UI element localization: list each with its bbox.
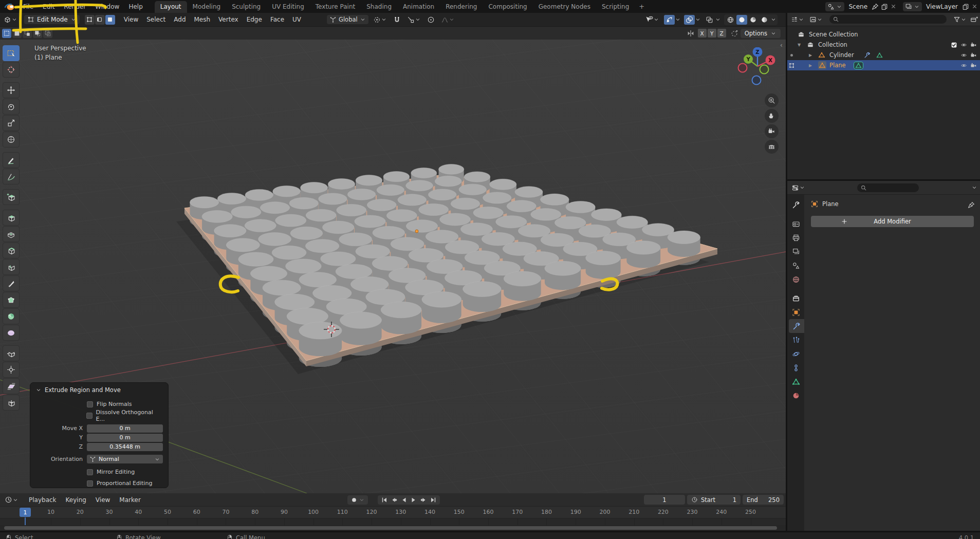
eye-toggle-icon[interactable]	[960, 62, 967, 69]
select-mode-intersect-button[interactable]	[43, 29, 52, 38]
snap-toggle-button[interactable]	[392, 15, 402, 25]
mesh-data-icon[interactable]	[854, 62, 863, 69]
properties-tab-particles[interactable]	[787, 333, 804, 347]
timeline-menu-view[interactable]: View	[91, 496, 115, 504]
viewport-menu-mesh[interactable]: Mesh	[190, 13, 215, 26]
auto-key-button[interactable]	[350, 496, 358, 504]
outliner-filter-dropdown[interactable]	[952, 15, 968, 24]
shading-dropdown[interactable]	[770, 16, 776, 23]
new-viewlayer-icon[interactable]	[962, 3, 969, 10]
tab-geometry-nodes[interactable]: Geometry Nodes	[533, 1, 596, 13]
proportional-falloff-dropdown[interactable]	[439, 15, 456, 25]
viewlayer-selector-icon[interactable]	[903, 2, 922, 11]
outliner-row-plane[interactable]: ▶Plane	[787, 60, 980, 70]
camera-toggle-icon[interactable]	[970, 52, 977, 59]
tool-transform[interactable]	[3, 132, 20, 147]
properties-tab-output[interactable]	[787, 231, 804, 245]
mirror-z-button[interactable]: Z	[717, 29, 726, 38]
overlays-toggle[interactable]	[684, 15, 695, 25]
eye-toggle-icon[interactable]	[960, 52, 967, 59]
new-scene-icon[interactable]	[881, 3, 888, 10]
zoom-button[interactable]	[765, 94, 779, 107]
current-frame-field[interactable]: 1	[644, 495, 685, 505]
properties-tab-constraints[interactable]	[787, 361, 804, 375]
tool-bevel[interactable]	[3, 243, 20, 258]
move-x-field[interactable]: 0 m	[87, 424, 163, 433]
properties-tab-object[interactable]	[787, 305, 804, 319]
select-mode-difference-button[interactable]	[33, 29, 42, 38]
timeline-ruler[interactable]: 1 10203040506070809010011012013014015016…	[0, 507, 786, 518]
gizmos-dropdown[interactable]	[675, 16, 681, 23]
properties-tab-world[interactable]	[787, 272, 804, 286]
tool-add-cube[interactable]	[3, 189, 20, 205]
tool-rip-region[interactable]	[3, 395, 20, 411]
disclosure-open-icon[interactable]: ▼	[798, 43, 801, 47]
shading-wireframe-button[interactable]	[725, 15, 736, 25]
outliner-row-collection[interactable]: ▼Collection	[787, 40, 980, 50]
frame-end-field[interactable]: End250	[743, 495, 784, 505]
properties-tab-material[interactable]	[787, 388, 804, 402]
collapse-icon[interactable]	[35, 387, 42, 393]
timeline-scrollbar-thumb[interactable]	[4, 526, 777, 530]
menu-render[interactable]: Render	[59, 1, 90, 13]
add-modifier-button[interactable]: Add Modifier	[811, 216, 974, 227]
disclosure-closed-icon[interactable]: ▶	[809, 63, 812, 68]
outliner-display-mode-dropdown[interactable]	[789, 15, 806, 24]
dissolve-checkbox[interactable]	[86, 413, 93, 419]
properties-tab-view-layer[interactable]	[787, 245, 804, 258]
tool-loop-cut[interactable]	[3, 259, 20, 275]
proportional-editing-checkbox[interactable]	[87, 480, 93, 487]
tool-extrude-region[interactable]	[3, 210, 20, 226]
flip-normals-checkbox[interactable]	[87, 401, 93, 407]
viewport-menu-add[interactable]: Add	[170, 13, 190, 26]
shading-rendered-button[interactable]	[759, 15, 770, 25]
properties-options-dropdown[interactable]	[971, 184, 977, 191]
mesh-data-icon[interactable]	[876, 52, 883, 59]
properties-tab-scene[interactable]	[787, 258, 804, 272]
face-select-mode-button[interactable]	[105, 15, 115, 25]
options-dropdown[interactable]: Options	[741, 29, 781, 38]
viewport-menu-select[interactable]: Select	[142, 13, 170, 26]
tool-smooth[interactable]	[3, 325, 20, 341]
properties-tab-render[interactable]	[787, 217, 804, 231]
tab-layout[interactable]: Layout	[155, 1, 187, 13]
viewport-menu-uv[interactable]: UV	[288, 13, 305, 26]
tool-knife[interactable]	[3, 275, 20, 291]
operator-panel[interactable]: Extrude Region and Move Flip Normals Dis…	[30, 382, 169, 488]
tab-modeling[interactable]: Modeling	[187, 1, 227, 13]
xray-dropdown[interactable]	[715, 16, 721, 23]
mode-dropdown[interactable]: Edit Mode	[24, 15, 80, 24]
overlays-dropdown[interactable]	[695, 16, 701, 23]
add-workspace-button[interactable]: +	[635, 1, 649, 12]
modifier-wrench-icon[interactable]	[864, 52, 871, 59]
snap-settings-dropdown[interactable]	[405, 15, 422, 25]
tab-scripting[interactable]: Scripting	[596, 1, 635, 13]
play-button[interactable]	[409, 496, 418, 504]
properties-tab-physics[interactable]	[787, 347, 804, 361]
tool-inset-faces[interactable]	[3, 226, 20, 242]
outliner-search-input[interactable]	[829, 15, 947, 24]
mesh-symmetry-icon[interactable]	[687, 29, 695, 38]
properties-tab-tool[interactable]	[787, 198, 804, 212]
tab-rendering[interactable]: Rendering	[440, 1, 483, 13]
properties-search-input[interactable]	[857, 183, 919, 192]
move-z-field[interactable]: 0.35448 m	[87, 443, 163, 451]
tab-shading[interactable]: Shading	[361, 1, 397, 13]
blender-logo-icon[interactable]	[0, 3, 19, 11]
tool-annotate[interactable]	[3, 152, 20, 168]
tool-cursor[interactable]	[3, 62, 20, 78]
viewport-menu-view[interactable]: View	[120, 13, 142, 26]
menu-edit[interactable]: Edit	[38, 1, 59, 13]
outliner-row-scene-collection[interactable]: Scene Collection	[787, 29, 980, 40]
outliner-row-cylinder[interactable]: ▶Cylinder	[787, 50, 980, 60]
properties-tab-object-data[interactable]	[787, 375, 804, 388]
disclosure-closed-icon[interactable]: ▶	[809, 53, 812, 58]
properties-tab-collection[interactable]	[787, 291, 804, 305]
select-mode-subtract-button[interactable]	[23, 29, 32, 38]
move-y-field[interactable]: 0 m	[87, 434, 163, 442]
tool-rotate[interactable]	[3, 99, 20, 115]
camera-view-button[interactable]	[765, 124, 779, 138]
eye-toggle-icon[interactable]	[960, 42, 967, 48]
pan-button[interactable]	[765, 109, 779, 123]
proportional-editing-button[interactable]	[426, 15, 436, 25]
